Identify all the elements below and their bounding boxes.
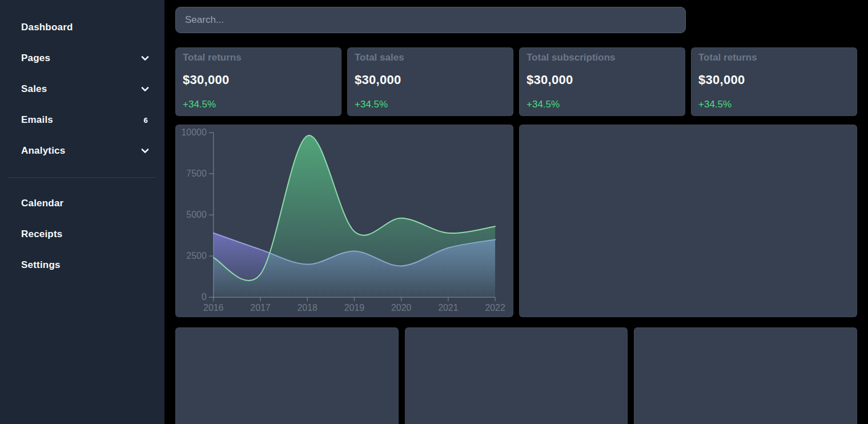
stat-delta: +34.5% — [527, 99, 678, 110]
stat-value: $30,000 — [698, 73, 850, 87]
y-axis-label: 5000 — [186, 210, 207, 219]
stats-row: Total returns $30,000 +34.5% Total sales… — [175, 47, 857, 116]
bottom-panel-card-3 — [634, 327, 857, 424]
sidebar-item-label: Emails — [21, 114, 144, 126]
sidebar: Dashboard Pages Sales Emails 6 Analytics — [0, 0, 164, 424]
y-axis-label: 7500 — [186, 169, 207, 178]
y-axis-label: 2500 — [186, 251, 207, 261]
stat-value: $30,000 — [183, 73, 334, 87]
sidebar-nav-top: Dashboard Pages Sales Emails 6 Analytics — [0, 12, 164, 166]
chevron-down-icon — [140, 146, 150, 155]
sidebar-item-pages[interactable]: Pages — [0, 43, 164, 74]
stat-card-total-sales: Total sales $30,000 +34.5% — [347, 47, 513, 116]
stat-delta: +34.5% — [698, 99, 850, 110]
x-axis-label: 2020 — [391, 303, 412, 313]
sidebar-item-label: Calendar — [21, 198, 150, 209]
x-axis-label: 2018 — [298, 303, 318, 313]
sidebar-item-analytics[interactable]: Analytics — [0, 135, 164, 166]
sidebar-item-sales[interactable]: Sales — [0, 74, 164, 105]
stat-title: Total returns — [698, 52, 850, 63]
bottom-row — [175, 327, 857, 424]
chart-card: 0250050007500100002016201720182019202020… — [175, 125, 513, 317]
stat-title: Total sales — [355, 52, 506, 63]
stat-title: Total returns — [183, 52, 334, 63]
sidebar-divider — [8, 177, 156, 178]
x-axis-label: 2017 — [250, 303, 271, 313]
chevron-down-icon — [140, 54, 150, 63]
sidebar-item-label: Sales — [21, 83, 140, 95]
x-axis-label: 2021 — [438, 303, 459, 313]
sidebar-item-dashboard[interactable]: Dashboard — [0, 12, 164, 43]
stat-card-total-returns-1: Total returns $30,000 +34.5% — [175, 47, 341, 116]
stat-card-total-returns-2: Total returns $30,000 +34.5% — [691, 47, 857, 116]
y-axis-label: 0 — [202, 292, 207, 302]
sidebar-item-receipts[interactable]: Receipts — [0, 219, 164, 250]
sidebar-item-settings[interactable]: Settings — [0, 250, 164, 281]
main-content: Total returns $30,000 +34.5% Total sales… — [164, 0, 868, 424]
charts-row: 0250050007500100002016201720182019202020… — [175, 125, 857, 317]
area-chart: 0250050007500100002016201720182019202020… — [176, 125, 512, 317]
stat-delta: +34.5% — [355, 99, 506, 110]
empty-panel-card — [519, 125, 857, 317]
sidebar-item-calendar[interactable]: Calendar — [0, 188, 164, 219]
sidebar-item-label: Dashboard — [21, 22, 150, 33]
email-count-badge: 6 — [144, 116, 150, 125]
sidebar-item-label: Receipts — [21, 229, 150, 240]
sidebar-nav-bottom: Calendar Receipts Settings — [0, 188, 164, 281]
stat-value: $30,000 — [355, 73, 506, 87]
bottom-panel-card-1 — [175, 327, 399, 424]
sidebar-item-emails[interactable]: Emails 6 — [0, 105, 164, 135]
stat-delta: +34.5% — [183, 99, 334, 110]
sidebar-item-label: Settings — [21, 259, 150, 271]
stat-card-total-subscriptions: Total subscriptions $30,000 +34.5% — [519, 47, 685, 116]
bottom-panel-card-2 — [405, 327, 628, 424]
stat-value: $30,000 — [527, 73, 678, 87]
sidebar-item-label: Analytics — [21, 145, 140, 157]
y-axis-label: 10000 — [182, 127, 207, 137]
stat-title: Total subscriptions — [527, 52, 678, 63]
chevron-down-icon — [140, 85, 150, 94]
x-axis-label: 2022 — [485, 303, 505, 313]
x-axis-label: 2016 — [203, 303, 224, 313]
x-axis-label: 2019 — [344, 303, 365, 313]
search-input[interactable] — [175, 7, 686, 33]
sidebar-item-label: Pages — [21, 53, 140, 64]
